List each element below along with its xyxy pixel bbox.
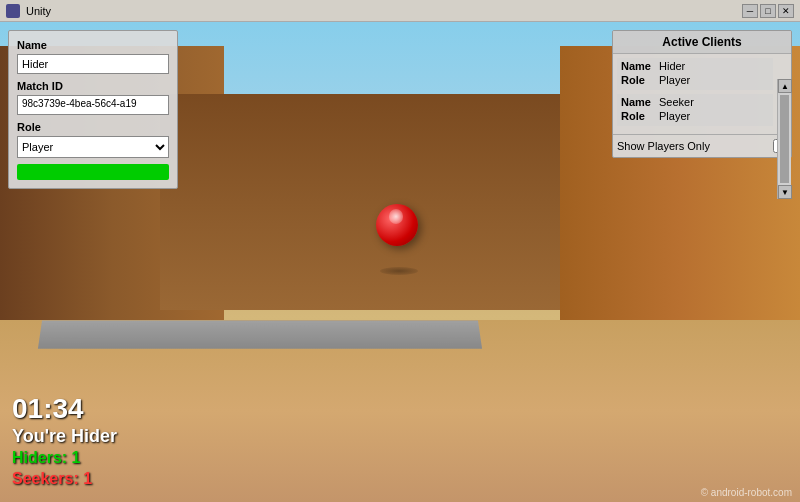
minimize-button[interactable]: ─ bbox=[742, 4, 758, 18]
maximize-button[interactable]: □ bbox=[760, 4, 776, 18]
seekers-label: Seekers: bbox=[12, 470, 79, 487]
app-title: Unity bbox=[26, 5, 740, 17]
seekers-count: 1 bbox=[83, 470, 92, 487]
client-name-row-1: Name Hider bbox=[621, 60, 769, 72]
seekers-display: Seekers: 1 bbox=[12, 469, 117, 490]
hiders-count: 1 bbox=[72, 449, 81, 466]
show-players-row: Show Players Only bbox=[613, 134, 791, 157]
client-role-label-2: Role bbox=[621, 110, 659, 122]
show-players-label: Show Players Only bbox=[617, 140, 773, 152]
scroll-down-button[interactable]: ▼ bbox=[778, 185, 792, 199]
client-name-label-1: Name bbox=[621, 60, 659, 72]
scroll-up-button[interactable]: ▲ bbox=[778, 79, 792, 93]
match-id-label: Match ID bbox=[17, 80, 169, 92]
client-role-value-1: Player bbox=[659, 74, 769, 86]
watermark: © android-robot.com bbox=[701, 487, 792, 498]
status-bar bbox=[17, 164, 169, 180]
titlebar: Unity ─ □ ✕ bbox=[0, 0, 800, 22]
close-button[interactable]: ✕ bbox=[778, 4, 794, 18]
ball-shadow bbox=[380, 267, 418, 275]
client-role-value-2: Player bbox=[659, 110, 769, 122]
floor-strip bbox=[38, 320, 482, 348]
hiders-display: Hiders: 1 bbox=[12, 448, 117, 469]
client-name-value-2: Seeker bbox=[659, 96, 769, 108]
unity-icon bbox=[6, 4, 20, 18]
bottom-hud: 01:34 You're Hider Hiders: 1 Seekers: 1 bbox=[12, 394, 117, 490]
client-list: Name Hider Role Player Name Seeker bbox=[613, 54, 777, 134]
client-role-label-1: Role bbox=[621, 74, 659, 86]
client-name-row-2: Name Seeker bbox=[621, 96, 769, 108]
wall-back bbox=[160, 94, 560, 310]
left-panel: Name Match ID 98c3739e-4bea-56c4-a19 Rol… bbox=[8, 30, 178, 189]
role-display: You're Hider bbox=[12, 425, 117, 448]
client-entry-seeker: Name Seeker Role Player bbox=[617, 94, 773, 126]
name-label: Name bbox=[17, 39, 169, 51]
client-name-label-2: Name bbox=[621, 96, 659, 108]
right-panel: Active Clients ▲ ▼ Name Hider Role Playe… bbox=[612, 30, 792, 158]
name-input[interactable] bbox=[17, 54, 169, 74]
game-viewport: Name Match ID 98c3739e-4bea-56c4-a19 Rol… bbox=[0, 22, 800, 502]
active-clients-title: Active Clients bbox=[613, 31, 791, 54]
client-entry-hider: Name Hider Role Player bbox=[617, 58, 773, 90]
scroll-thumb bbox=[780, 95, 789, 183]
role-label: Role bbox=[17, 121, 169, 133]
clients-scrollbar[interactable]: ▲ ▼ bbox=[777, 79, 791, 199]
timer-display: 01:34 bbox=[12, 394, 117, 425]
client-name-value-1: Hider bbox=[659, 60, 769, 72]
hiders-label: Hiders: bbox=[12, 449, 67, 466]
role-select[interactable]: Player Spectator bbox=[17, 136, 169, 158]
client-role-row-2: Role Player bbox=[621, 110, 769, 122]
client-role-row-1: Role Player bbox=[621, 74, 769, 86]
match-id-value: 98c3739e-4bea-56c4-a19 bbox=[17, 95, 169, 115]
